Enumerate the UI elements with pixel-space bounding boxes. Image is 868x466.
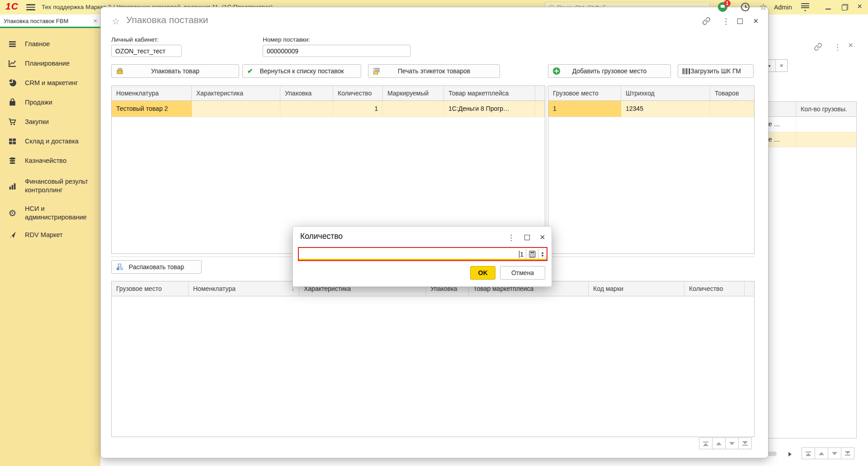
window-minimize-button[interactable] [826,9,831,10]
col-quantity[interactable]: Количество [684,281,745,296]
col-quantity[interactable]: Количество [333,86,383,100]
modal-maximize-icon[interactable] [524,235,530,240]
combo-clear-icon[interactable]: × [775,60,787,71]
print-labels-button[interactable]: Печать этикеток товаров [368,64,500,78]
dialog-close-icon[interactable]: × [753,17,759,25]
grid-squares-icon [8,137,17,146]
bg-nav-buttons [802,447,854,459]
modal-title: Количество [300,232,343,241]
sidebar-item-rdv-market[interactable]: RDV Маркет [0,230,100,240]
col-packing[interactable]: Упаковка [280,86,333,100]
bg-kebab-icon[interactable]: ⋮ [834,43,841,52]
col-nomenclature-sorted[interactable]: Номенклатура↓ [189,281,299,296]
quantity-input[interactable]: 1 ▴ ▾ [298,247,547,261]
sidebar-item-finance[interactable]: Финансовый результконтроллинг [0,177,100,195]
dialog-title: Упаковка поставки [126,14,208,25]
cabinet-input[interactable] [111,45,182,57]
gear-icon: ⚙ [8,209,17,218]
col-empty [745,281,754,296]
window-restore-button[interactable] [842,4,848,10]
bg-link-icon[interactable] [814,43,822,52]
packed-table: Грузовое место Номенклатура↓ Характерист… [111,281,755,437]
bg-close-icon[interactable]: × [848,40,853,50]
cargo-table-row[interactable]: 1 12345 [548,101,754,117]
bar-chart-icon [8,181,17,191]
maximize-icon[interactable] [737,19,743,24]
sidebar-item-warehouse[interactable]: Склад и доставка [0,137,100,146]
tab-close-icon[interactable]: × [94,17,97,24]
sidebar-item-sales[interactable]: Продажи [0,98,100,107]
ok-button[interactable]: OK [470,266,495,280]
package-icon [116,67,123,75]
add-cargo-place-button[interactable]: Добавить грузовое место [548,64,671,78]
favorite-star-icon[interactable]: ☆ [112,16,120,27]
screen: 1С Тех поддержка Маркет 3 / Управление т… [0,0,868,466]
col-nomenclature[interactable]: Номенклатура [112,86,192,100]
window-close-button[interactable]: × [857,1,862,11]
history-clock-icon[interactable] [741,3,750,11]
col-mark-code[interactable]: Код марки [589,281,684,296]
cargo-table-header: Грузовое место Штрихкод Товаров [548,86,754,101]
go-first-button[interactable] [802,447,815,459]
current-user[interactable]: Admin [774,4,792,11]
get-link-icon[interactable] [702,17,711,27]
tab-packing-fbm[interactable]: Упаковка поставок FBM [4,18,68,24]
col-characteristic[interactable]: Характеристика [192,86,280,100]
go-down-button[interactable] [725,437,739,449]
cancel-button[interactable]: Отмена [500,266,545,280]
supply-number-label: Номер поставки: [263,36,310,43]
quantity-value: 1 [520,251,524,258]
quantity-modal: Количество ⋮ × 1 ▴ ▾ OK Отмена [292,226,552,287]
plus-circle-icon [553,67,560,75]
pack-item-button[interactable]: Упаковать товар [111,64,239,78]
go-up-button[interactable] [815,447,828,459]
col-marketplace-item[interactable]: Товар маркетплейса [444,86,535,100]
bg-table-row-selected[interactable]: не … [764,132,856,147]
tab-bar: Упаковка поставок FBM × [0,14,100,28]
sidebar-item-crm[interactable]: CRM и маркетинг [0,78,100,88]
sidebar-item-main[interactable]: Главное [0,39,100,49]
col-cargo-place[interactable]: Грузовое место [548,86,621,100]
supply-number-input[interactable] [263,45,410,57]
more-kebab-icon[interactable]: ⋮ [722,17,730,26]
calculator-icon[interactable] [526,251,538,258]
items-table-header: Номенклатура Характеристика Упаковка Кол… [112,86,545,101]
cabinet-label: Личный кабинет: [111,36,159,43]
sidebar-item-purchases[interactable]: Закупки [0,117,100,127]
load-barcode-button[interactable]: Загрузить ШК ГМ [678,64,754,78]
dialog-nav-buttons [699,437,752,449]
col-cargo-place[interactable]: Грузовое место [112,281,189,296]
modal-close-icon[interactable]: × [540,233,545,241]
quantity-stepper[interactable]: ▴ ▾ [538,251,547,257]
go-last-button[interactable] [738,437,752,449]
items-table-row[interactable]: Тестовый товар 2 1 1С:Деньги 8 Прогр… [112,101,545,117]
go-up-button[interactable] [712,437,726,449]
col-goods[interactable]: Товаров [710,86,754,100]
sidebar-item-administration[interactable]: ⚙ НСИ иадминистрирование [0,204,100,222]
modal-kebab-icon[interactable]: ⋮ [507,233,515,243]
unpack-item-button[interactable]: Распаковать товар [111,260,202,274]
go-down-button[interactable] [828,447,841,459]
go-first-button[interactable] [699,437,712,449]
barcode-icon [683,68,690,74]
stepper-down-icon[interactable]: ▾ [542,254,544,257]
bg-table-row[interactable]: не … [764,117,856,132]
sidebar-item-planning[interactable]: Планирование [0,59,100,68]
back-to-list-button[interactable]: ✔ Вернуться к списку поставок [242,64,361,78]
hamburger-menu-icon[interactable] [26,4,35,12]
chevron-down-icon: ▾ [801,10,809,12]
favorites-star-icon[interactable]: ☆ [760,2,767,12]
main-menu-icon[interactable]: ▾ [801,3,809,12]
go-last-button[interactable] [841,447,854,459]
col-empty [535,86,545,100]
bg-column-header-cargo-count[interactable]: Кол-во грузовы. [796,102,856,116]
menu-lines-icon [8,39,17,49]
col-barcode[interactable]: Штрихкод [621,86,710,100]
1c-logo: 1С [5,1,19,12]
unpack-icon [116,263,123,271]
bg-supplies-table: Кол-во грузовы. не … не … [763,101,857,438]
sidebar-item-treasury[interactable]: Казначейство [0,156,100,166]
col-marked[interactable]: Маркируемый [383,86,444,100]
shopping-cart-icon [8,117,17,127]
bg-scroll-right-arrow[interactable] [788,452,792,456]
